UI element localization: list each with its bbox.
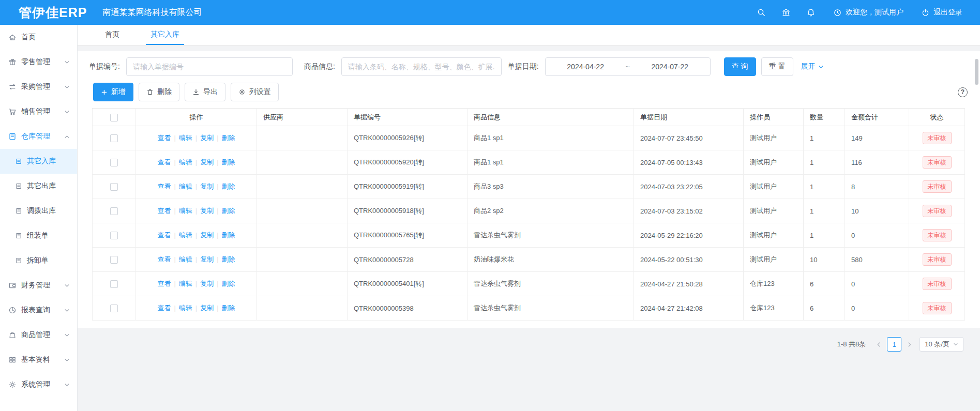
column-settings-button[interactable]: 列设置 (231, 83, 279, 101)
download-icon (192, 88, 200, 96)
sidebar-item-basic[interactable]: 基本资料 (0, 347, 77, 372)
action-view-link[interactable]: 查看 (157, 304, 171, 312)
action-copy-link[interactable]: 复制 (200, 304, 214, 312)
product-info-input[interactable] (341, 57, 502, 76)
cell-qty: 1 (804, 223, 845, 248)
action-delete-link[interactable]: 删除 (222, 231, 235, 239)
action-copy-link[interactable]: 复制 (200, 280, 214, 287)
sidebar-item-warehouse[interactable]: 仓库管理 (0, 124, 77, 149)
action-delete-link[interactable]: 删除 (222, 304, 235, 312)
search-icon[interactable] (757, 8, 766, 17)
action-view-link[interactable]: 查看 (157, 158, 171, 166)
row-checkbox[interactable] (110, 134, 118, 142)
sidebar-item-system[interactable]: 系统管理 (0, 372, 77, 397)
sidebar-item-home[interactable]: 首页 (0, 25, 77, 50)
sidebar-item-other-out[interactable]: 其它出库 (0, 174, 77, 199)
action-edit-link[interactable]: 编辑 (179, 255, 192, 263)
delete-button[interactable]: 删除 (139, 83, 179, 101)
basic-icon (8, 356, 17, 364)
action-copy-link[interactable]: 复制 (200, 255, 214, 263)
action-view-link[interactable]: 查看 (157, 255, 171, 263)
logout-button[interactable]: 退出登录 (921, 8, 962, 17)
action-separator: | (195, 231, 197, 239)
bank-icon[interactable] (781, 8, 791, 17)
add-button[interactable]: 新增 (93, 83, 133, 101)
sidebar-item-disassembly[interactable]: 拆卸单 (0, 248, 77, 273)
page-size-select[interactable]: 10 条/页 (919, 337, 963, 352)
tab-other-inbound[interactable]: 其它入库 (146, 25, 184, 45)
row-checkbox[interactable] (110, 232, 118, 239)
sidebar-item-sales[interactable]: 销售管理 (0, 99, 77, 124)
action-delete-link[interactable]: 删除 (222, 134, 235, 142)
row-checkbox[interactable] (110, 183, 118, 191)
action-copy-link[interactable]: 复制 (200, 231, 214, 239)
cell-amount: 116 (845, 150, 909, 175)
row-checkbox[interactable] (110, 207, 118, 215)
row-checkbox[interactable] (110, 305, 118, 312)
cell-product: 商品3 sp3 (468, 175, 634, 199)
cell-status: 未审核 (909, 199, 965, 223)
bell-icon[interactable] (806, 8, 816, 17)
export-button[interactable]: 导出 (185, 83, 225, 101)
action-view-link[interactable]: 查看 (157, 182, 171, 190)
action-edit-link[interactable]: 编辑 (179, 280, 192, 287)
cell-product: 雷达杀虫气雾剂 (468, 223, 634, 248)
action-copy-link[interactable]: 复制 (200, 207, 214, 215)
sidebar-item-retail[interactable]: 零售管理 (0, 50, 77, 74)
action-copy-link[interactable]: 复制 (200, 182, 214, 190)
action-delete-link[interactable]: 删除 (222, 158, 235, 166)
sidebar-item-assembly[interactable]: 组装单 (0, 223, 77, 248)
action-view-link[interactable]: 查看 (157, 134, 171, 142)
header-actions: 欢迎您，测试用户 退出登录 (741, 8, 980, 17)
action-delete-link[interactable]: 删除 (222, 207, 235, 215)
column-header-doc_no: 单据编号 (348, 109, 468, 126)
next-page-button[interactable] (903, 342, 915, 347)
tab-home[interactable]: 首页 (100, 25, 124, 45)
select-all-checkbox[interactable] (110, 114, 118, 121)
action-copy-link[interactable]: 复制 (200, 134, 214, 142)
action-edit-link[interactable]: 编辑 (179, 304, 192, 312)
scrollbar-thumb[interactable] (975, 59, 978, 85)
retail-icon (8, 58, 17, 66)
date-end[interactable]: 2024-07-22 (651, 63, 688, 71)
sidebar-item-goods[interactable]: 商品管理 (0, 323, 77, 347)
logout-text: 退出登录 (933, 8, 962, 17)
date-start[interactable]: 2024-04-22 (567, 63, 604, 71)
date-range-picker[interactable]: 2024-04-22 ~ 2024-07-22 (545, 57, 711, 76)
action-edit-link[interactable]: 编辑 (179, 158, 192, 166)
action-delete-link[interactable]: 删除 (222, 280, 235, 287)
row-checkbox[interactable] (110, 256, 118, 264)
sidebar-item-finance[interactable]: 财务管理 (0, 273, 77, 298)
doc-no-input[interactable] (126, 57, 293, 76)
action-separator: | (217, 158, 218, 166)
query-button[interactable]: 查 询 (724, 57, 756, 76)
prev-page-button[interactable] (873, 342, 885, 347)
page-number-button[interactable]: 1 (887, 337, 901, 352)
sidebar-item-other-in[interactable]: 其它入库 (0, 149, 77, 174)
action-edit-link[interactable]: 编辑 (179, 207, 192, 215)
action-edit-link[interactable]: 编辑 (179, 231, 192, 239)
status-badge: 未审核 (923, 253, 952, 266)
row-checkbox[interactable] (110, 159, 118, 166)
reset-button[interactable]: 重 置 (761, 57, 793, 76)
action-view-link[interactable]: 查看 (157, 207, 171, 215)
help-icon[interactable]: ? (958, 87, 968, 97)
cell-select (93, 199, 136, 223)
sidebar-item-transfer-out[interactable]: 调拨出库 (0, 199, 77, 223)
table-row: 查看|编辑|复制|删除QTRK00000005765[转]雷达杀虫气雾剂2024… (93, 223, 965, 248)
welcome-chip[interactable]: 欢迎您，测试用户 (833, 8, 903, 17)
action-edit-link[interactable]: 编辑 (179, 134, 192, 142)
cell-select (93, 175, 136, 199)
table-row: 查看|编辑|复制|删除QTRK00000005398雷达杀虫气雾剂2024-04… (93, 296, 965, 321)
action-edit-link[interactable]: 编辑 (179, 182, 192, 190)
row-checkbox[interactable] (110, 280, 118, 288)
expand-link[interactable]: 展开 (801, 62, 824, 71)
action-view-link[interactable]: 查看 (157, 280, 171, 287)
action-delete-link[interactable]: 删除 (222, 182, 235, 190)
column-header-select (93, 109, 136, 126)
sidebar-item-purchase[interactable]: 采购管理 (0, 74, 77, 99)
sidebar-item-report[interactable]: 报表查询 (0, 298, 77, 323)
action-delete-link[interactable]: 删除 (222, 255, 235, 263)
action-view-link[interactable]: 查看 (157, 231, 171, 239)
action-copy-link[interactable]: 复制 (200, 158, 214, 166)
